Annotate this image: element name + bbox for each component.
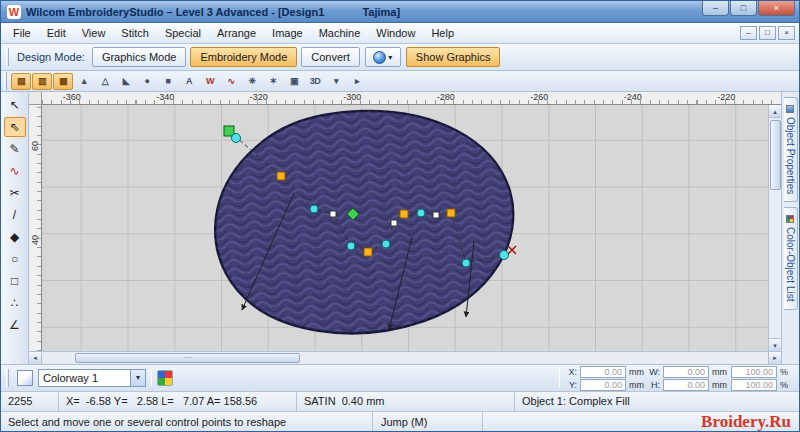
- control-point-handle[interactable]: [232, 134, 241, 143]
- mdi-minimize-button[interactable]: –: [740, 26, 757, 40]
- menu-item[interactable]: Window: [368, 25, 423, 41]
- reshape-tool[interactable]: ⇖: [4, 117, 26, 137]
- menu-item[interactable]: Special: [157, 25, 209, 41]
- control-point-handle[interactable]: [277, 172, 285, 180]
- vertical-ruler: 6040: [29, 105, 42, 351]
- edit-colorways-icon[interactable]: [157, 370, 173, 386]
- motif-run-icon[interactable]: W: [200, 73, 220, 90]
- design-canvas[interactable]: [42, 105, 768, 351]
- control-point-handle[interactable]: [364, 248, 372, 256]
- convert-button[interactable]: Convert: [301, 47, 360, 67]
- w-input[interactable]: 0.00: [663, 366, 709, 378]
- input-b-icon[interactable]: △: [95, 73, 115, 90]
- menu-item[interactable]: Stitch: [113, 25, 157, 41]
- circle-object-icon[interactable]: ●: [137, 73, 157, 90]
- h-input[interactable]: 0.00: [663, 379, 709, 391]
- toolbar-grip[interactable]: [4, 72, 7, 90]
- tab-object-properties[interactable]: Object Properties: [784, 97, 798, 202]
- combo-caret-icon[interactable]: ▾: [130, 370, 145, 386]
- hoop-globe-button[interactable]: ▾: [365, 47, 401, 67]
- mdi-window-controls: – □ ×: [740, 26, 795, 40]
- embroidery-object[interactable]: [215, 111, 513, 333]
- y-input[interactable]: 0.00: [580, 379, 626, 391]
- close-button[interactable]: ×: [758, 1, 795, 16]
- graphics-mode-button[interactable]: Graphics Mode: [92, 47, 187, 67]
- mesh-icon[interactable]: ▣: [284, 73, 304, 90]
- digitize-run-tool[interactable]: /: [4, 205, 26, 225]
- stitch-player-icon[interactable]: ▸: [347, 73, 367, 90]
- input-a-icon[interactable]: ▲: [74, 73, 94, 90]
- ellipse-tool[interactable]: ○: [4, 249, 26, 269]
- scroll-up-icon[interactable]: ▴: [769, 105, 782, 118]
- mdi-close-button[interactable]: ×: [778, 26, 795, 40]
- vertical-scrollbar[interactable]: ▴ ▾: [768, 105, 781, 351]
- menu-item[interactable]: Machine: [311, 25, 369, 41]
- fancy-fill-icon[interactable]: ✳: [242, 73, 262, 90]
- open-shapes-icon[interactable]: ▥: [32, 73, 52, 90]
- ruler-label: -240: [586, 92, 680, 102]
- x-unit: mm: [629, 367, 645, 377]
- horizontal-scrollbar[interactable]: ◂ ⋯ ▸: [29, 351, 781, 364]
- menu-bar: FileEditViewStitchSpecialArrangeImageMac…: [1, 23, 799, 44]
- control-point-handle[interactable]: [447, 209, 455, 217]
- fabric-icon[interactable]: [17, 370, 33, 386]
- colorway-select[interactable]: Colorway 1 ▾: [38, 369, 146, 387]
- control-point-handle[interactable]: [391, 220, 397, 226]
- node-select-tool[interactable]: ∴: [4, 293, 26, 313]
- control-point-handle[interactable]: [400, 210, 408, 218]
- digitize-fill-tool[interactable]: ◆: [4, 227, 26, 247]
- status-bar: 2255 X= -6.58 Y= 2.58 L= 7.07 A= 158.56 …: [1, 391, 799, 411]
- w-percent-input[interactable]: 100.00: [731, 366, 777, 378]
- embroidery-mode-button[interactable]: Embroidery Mode: [190, 47, 297, 67]
- horizontal-scroll-thumb[interactable]: ⋯: [75, 353, 300, 363]
- minimize-button[interactable]: –: [702, 1, 729, 16]
- menu-item[interactable]: File: [5, 25, 39, 41]
- stitch-toolbar: ▤▥▦▲△◣●■AW∿✳✶▣3D▾▸: [1, 71, 799, 92]
- control-point-handle[interactable]: [500, 251, 509, 260]
- use-last-settings-icon[interactable]: ▤: [11, 73, 31, 90]
- vertical-scroll-thumb[interactable]: [770, 120, 781, 190]
- menu-item[interactable]: Help: [423, 25, 462, 41]
- ruler-label: -300: [306, 92, 400, 102]
- stitch-edit-tool[interactable]: ✎: [4, 139, 26, 159]
- toolbar-grip[interactable]: [6, 48, 9, 66]
- 3d-effect-icon[interactable]: 3D: [305, 73, 325, 90]
- control-point-handle[interactable]: [433, 212, 439, 218]
- scroll-down-icon[interactable]: ▾: [769, 338, 782, 351]
- toolbar-separator: [559, 369, 560, 387]
- rectangle-tool[interactable]: □: [4, 271, 26, 291]
- globe-dropdown-caret-icon[interactable]: ▾: [388, 53, 392, 62]
- tab-color-object-list[interactable]: Color-Object List: [784, 207, 798, 309]
- menu-item[interactable]: View: [74, 25, 114, 41]
- h-percent-input[interactable]: 100.00: [731, 379, 777, 391]
- app-icon[interactable]: W: [7, 5, 21, 19]
- menu-item[interactable]: Edit: [39, 25, 74, 41]
- scroll-right-icon[interactable]: ▸: [768, 352, 781, 364]
- control-point-handle[interactable]: [462, 259, 470, 267]
- lettering-icon[interactable]: A: [179, 73, 199, 90]
- x-label: X:: [565, 367, 577, 377]
- effects-dropdown-icon[interactable]: ▾: [326, 73, 346, 90]
- control-point-handle[interactable]: [310, 205, 318, 213]
- input-c-icon[interactable]: ◣: [116, 73, 136, 90]
- toolbar-grip[interactable]: [6, 369, 9, 387]
- knife-tool[interactable]: ✂: [4, 183, 26, 203]
- maximize-button[interactable]: □: [730, 1, 757, 16]
- scroll-left-icon[interactable]: ◂: [29, 352, 42, 364]
- control-point-handle[interactable]: [382, 240, 390, 248]
- mdi-restore-button[interactable]: □: [759, 26, 776, 40]
- control-point-handle[interactable]: [330, 211, 336, 217]
- measure-tool[interactable]: ∠: [4, 315, 26, 335]
- x-input[interactable]: 0.00: [580, 366, 626, 378]
- closed-shapes-icon[interactable]: ▦: [53, 73, 73, 90]
- freehand-tool[interactable]: ∿: [4, 161, 26, 181]
- show-graphics-button[interactable]: Show Graphics: [406, 47, 501, 67]
- control-point-handle[interactable]: [417, 209, 425, 217]
- select-tool[interactable]: ↖: [4, 95, 26, 115]
- menu-item[interactable]: Image: [264, 25, 311, 41]
- control-point-handle[interactable]: [347, 242, 355, 250]
- menu-item[interactable]: Arrange: [209, 25, 264, 41]
- run-stitch-icon[interactable]: ∿: [221, 73, 241, 90]
- star-fill-icon[interactable]: ✶: [263, 73, 283, 90]
- complex-fill-icon[interactable]: ■: [158, 73, 178, 90]
